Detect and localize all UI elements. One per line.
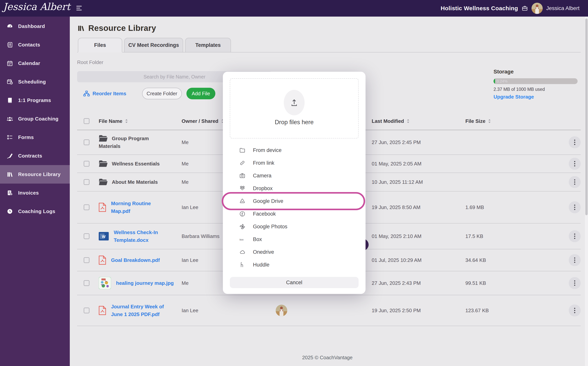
file-name[interactable]: Wellness Check-In Template.docx xyxy=(114,229,168,244)
row-menu-button[interactable] xyxy=(569,305,581,316)
row-checkbox[interactable] xyxy=(84,139,90,145)
storage-title: Storage xyxy=(494,69,578,75)
sort-icon[interactable] xyxy=(488,119,491,123)
google-photos-icon xyxy=(239,223,246,230)
scrollbar[interactable] xyxy=(585,17,588,366)
row-menu-button[interactable] xyxy=(569,230,581,242)
col-file-size[interactable]: File Size xyxy=(465,118,485,124)
svg-text:W: W xyxy=(102,235,106,239)
sidebar-item-invoices[interactable]: Invoices xyxy=(0,183,70,202)
last-modified: 01 May, 2025 2:05 AM xyxy=(372,161,465,167)
row-checkbox[interactable] xyxy=(84,280,90,286)
sidebar-item-group-coaching[interactable]: Group Coaching xyxy=(0,109,70,128)
invoice-icon xyxy=(7,190,13,196)
row-menu-button[interactable] xyxy=(569,254,581,266)
file-name[interactable]: Journal Entry Week of June 1 2025 PDF.pd… xyxy=(111,303,166,318)
resource-library-icon xyxy=(77,24,85,32)
upgrade-storage-link[interactable]: Upgrade Storage xyxy=(494,94,578,100)
option-camera[interactable]: Camera xyxy=(230,169,359,182)
col-owner[interactable]: Owner / Shared xyxy=(182,118,219,124)
storage-progress-bar: 0.24% xyxy=(494,78,578,84)
storage-panel: Storage 0.24% 2.37 MB of 1000 MB used Up… xyxy=(494,69,578,100)
last-modified: 19 Jun, 2025 2:50 PM xyxy=(372,308,465,313)
last-modified: 10 Jun, 2025 11:12 AM xyxy=(372,179,465,185)
svg-text:box: box xyxy=(240,238,244,241)
image-thumbnail xyxy=(99,277,111,289)
forms-icon xyxy=(7,134,13,141)
option-onedrive[interactable]: Onedrive xyxy=(230,246,359,258)
dropzone[interactable]: Drop files here xyxy=(230,78,359,138)
sidebar-item-coaching-logs[interactable]: Coaching Logs xyxy=(0,202,70,221)
sidebar-item-forms[interactable]: Forms xyxy=(0,128,70,146)
option-from-link[interactable]: From link xyxy=(230,157,359,169)
page-title: Resource Library xyxy=(88,23,156,33)
table-row[interactable]: Journal Entry Week of June 1 2025 PDF.pd… xyxy=(77,295,581,326)
row-menu-button[interactable] xyxy=(569,158,581,170)
last-modified: 01 May, 2025 2:10 AM xyxy=(372,233,465,239)
sidebar-item-calendar[interactable]: Calendar xyxy=(0,54,70,73)
option-from-device[interactable]: From device xyxy=(230,144,359,157)
sidebar-item-label: Contacts xyxy=(18,42,40,48)
tab-templates[interactable]: Templates xyxy=(185,38,231,52)
word-icon: W xyxy=(99,232,109,240)
brand-logo[interactable]: Jessica Albert xyxy=(3,1,70,12)
storage-percent: 0.24% xyxy=(497,78,508,84)
file-size: 17.5 KB xyxy=(465,233,555,239)
row-checkbox[interactable] xyxy=(84,308,90,313)
sidebar-item-dashboard[interactable]: Dashboard xyxy=(0,17,70,36)
option-huddle[interactable]: Huddle xyxy=(230,258,359,271)
huddle-icon xyxy=(239,261,246,268)
last-modified: 01 Jul, 2025 10:29 AM xyxy=(372,257,465,263)
storage-used: 2.37 MB of 1000 MB used xyxy=(494,87,578,92)
row-checkbox[interactable] xyxy=(84,204,90,210)
shared-avatar[interactable] xyxy=(276,305,287,316)
create-folder-button[interactable]: Create Folder xyxy=(142,88,182,99)
row-checkbox[interactable] xyxy=(84,161,90,167)
tab-files[interactable]: Files xyxy=(78,38,122,52)
tab-cv-meet-recordings[interactable]: CV Meet Recordings xyxy=(124,38,183,52)
col-file-name[interactable]: File Name xyxy=(99,118,122,124)
camera-icon xyxy=(239,172,246,179)
add-file-button[interactable]: Add File xyxy=(186,88,215,99)
workspace-name: Holistic Wellness Coaching xyxy=(441,5,518,12)
row-menu-button[interactable] xyxy=(569,136,581,148)
sidebar-item-contracts[interactable]: Contracts xyxy=(0,146,70,165)
file-name[interactable]: Wellness Essentials xyxy=(112,161,160,167)
contracts-icon xyxy=(7,152,13,159)
sidebar-item-resource-library[interactable]: Resource Library xyxy=(0,165,70,183)
row-menu-button[interactable] xyxy=(569,176,581,188)
file-size: 1.69 MB xyxy=(465,204,555,210)
row-checkbox[interactable] xyxy=(84,179,90,185)
file-name[interactable]: Goal Breakdown.pdf xyxy=(111,256,166,264)
copyright: 2025 © CoachVantage xyxy=(70,355,585,361)
highlight-ring xyxy=(222,192,365,210)
scrollbar-thumb[interactable] xyxy=(585,18,588,215)
file-name[interactable]: healing journey map.jpg xyxy=(116,279,182,287)
topbar: Jessica Albert Holistic Wellness Coachin… xyxy=(0,0,588,17)
sort-icon[interactable] xyxy=(125,119,128,123)
col-last-modified[interactable]: Last Modified xyxy=(372,118,404,124)
reorder-items-button[interactable]: Reorder Items xyxy=(83,91,126,97)
file-name[interactable]: Morning Routine Map.pdf xyxy=(111,200,166,215)
sidebar-item-scheduling[interactable]: Scheduling xyxy=(0,73,70,91)
row-checkbox[interactable] xyxy=(84,233,90,239)
group-icon xyxy=(7,115,13,122)
option-google-photos[interactable]: Google Photos xyxy=(230,220,359,233)
row-menu-button[interactable] xyxy=(569,277,581,289)
breadcrumb: Root Folder xyxy=(77,59,581,65)
option-box[interactable]: boxBox xyxy=(230,233,359,246)
cancel-button[interactable]: Cancel xyxy=(230,277,359,288)
select-all-checkbox[interactable] xyxy=(84,118,90,124)
sidebar-toggle-icon[interactable] xyxy=(76,6,82,10)
contacts-icon xyxy=(7,41,13,48)
file-size: 99.51 KB xyxy=(465,280,555,286)
row-menu-button[interactable] xyxy=(569,201,581,213)
briefcase-icon[interactable] xyxy=(521,5,528,12)
sidebar-item-programs[interactable]: 1:1 Programs xyxy=(0,91,70,109)
file-name[interactable]: About Me Materials xyxy=(112,179,158,185)
row-checkbox[interactable] xyxy=(84,257,90,263)
user-avatar[interactable] xyxy=(532,3,543,14)
sidebar-item-contacts[interactable]: Contacts xyxy=(0,36,70,54)
folder-outline-icon xyxy=(239,147,246,153)
sort-icon[interactable] xyxy=(406,119,410,123)
